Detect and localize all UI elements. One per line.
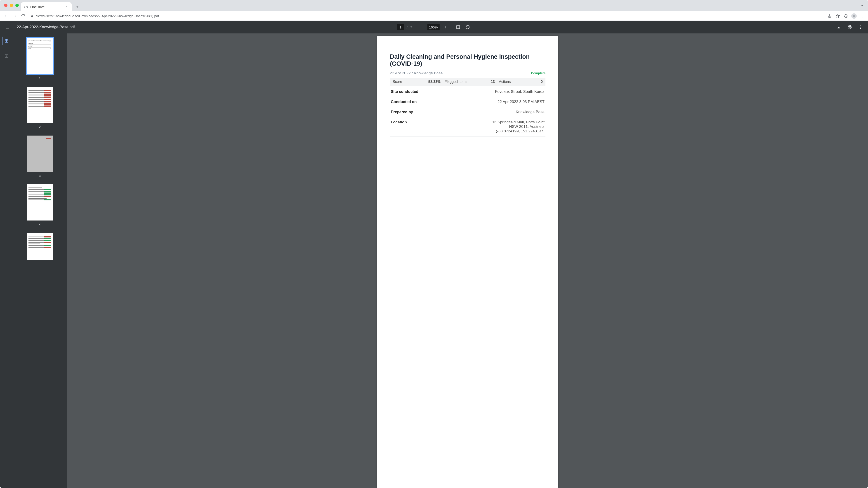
download-button[interactable] [835, 24, 842, 31]
thumbnail-page-5[interactable] [27, 233, 53, 260]
nav-forward-button[interactable] [11, 12, 18, 20]
svg-rect-10 [5, 41, 6, 42]
thumbnail-page-2[interactable] [27, 87, 53, 123]
svg-point-0 [853, 15, 855, 16]
svg-rect-8 [5, 39, 6, 41]
pdf-filename: 22-Apr-2022-Knowledge-Base.pdf [17, 25, 75, 29]
flagged-value: 13 [491, 80, 495, 84]
tab-title: OneDrive [30, 5, 63, 9]
fit-page-button[interactable] [455, 24, 461, 31]
site-conducted-value: Foveaux Street, South Korea [495, 90, 545, 94]
new-tab-button[interactable] [73, 3, 81, 11]
svg-point-3 [862, 17, 863, 18]
svg-point-7 [860, 28, 861, 29]
actions-value: 0 [541, 80, 543, 84]
status-badge: Complete [531, 71, 546, 75]
toolbar-divider [415, 25, 415, 30]
site-info-icon[interactable] [30, 14, 33, 18]
browser-tab[interactable]: OneDrive [21, 2, 72, 11]
tabs-overflow-button[interactable] [860, 4, 864, 7]
conducted-on-label: Conducted on [391, 100, 416, 104]
titlebar: OneDrive [0, 0, 868, 11]
thumbnail-page-3[interactable] [27, 135, 53, 172]
toolbar-divider [452, 25, 452, 30]
site-conducted-label: Site conducted [391, 90, 418, 94]
reload-button[interactable] [20, 12, 27, 20]
zoom-level-input[interactable] [427, 24, 439, 30]
svg-point-2 [862, 15, 863, 16]
thumbnail-page-1[interactable]: Daily Cleaning and Personal Hygiene Insp… [27, 38, 53, 74]
rotate-button[interactable] [464, 24, 471, 31]
document-date-author: 22 Apr 2022 / Knowledge Base [390, 71, 442, 75]
url-field[interactable]: file:///Users/KnowledgeBase/Downloads/22… [28, 13, 825, 20]
tab-close-button[interactable] [65, 5, 68, 8]
nav-back-button[interactable] [2, 12, 9, 20]
info-row-location: Location 16 Springfield Mall, Potts Poin… [390, 117, 546, 136]
info-row-prepared: Prepared by Knowledge Base [390, 107, 546, 117]
thumbnails-tab[interactable] [2, 37, 10, 45]
thumbnail-number: 1 [39, 76, 41, 80]
zoom-in-button[interactable] [442, 24, 449, 31]
close-window-button[interactable] [4, 4, 7, 7]
zoom-out-button[interactable] [418, 24, 425, 31]
browser-menu-button[interactable] [859, 12, 866, 20]
sidebar-rail [0, 33, 12, 488]
thumbnail-number: 2 [39, 125, 41, 129]
thumbnail-number: 3 [39, 174, 41, 177]
score-label: Score [393, 80, 402, 84]
extensions-button[interactable] [842, 12, 849, 20]
document-title: Daily Cleaning and Personal Hygiene Insp… [390, 53, 546, 67]
prepared-by-value: Knowledge Base [516, 110, 545, 114]
pdf-page-1: Daily Cleaning and Personal Hygiene Insp… [377, 36, 558, 488]
total-pages: 7 [410, 25, 412, 29]
svg-rect-9 [6, 39, 8, 41]
address-bar: file:///Users/KnowledgeBase/Downloads/22… [0, 11, 868, 21]
profile-button[interactable] [850, 12, 858, 20]
svg-rect-11 [6, 41, 8, 42]
pdf-viewer: 22-Apr-2022-Knowledge-Base.pdf / 7 [0, 21, 868, 488]
pdf-body: Daily Cleaning and Personal Hygiene Insp… [0, 33, 868, 488]
score-value: 58.33% [428, 80, 440, 84]
prepared-by-label: Prepared by [391, 110, 413, 114]
browser-window: OneDrive file:///Users/KnowledgeBase/Dow… [0, 0, 868, 488]
thumbnail-number: 4 [39, 223, 41, 226]
svg-point-6 [860, 27, 861, 28]
pdf-toolbar: 22-Apr-2022-Knowledge-Base.pdf / 7 [0, 21, 868, 33]
flagged-label: Flagged items [445, 80, 467, 84]
svg-point-5 [860, 26, 861, 26]
share-button[interactable] [826, 12, 833, 20]
pdf-more-menu-button[interactable] [857, 24, 864, 31]
bookmark-button[interactable] [834, 12, 841, 20]
toggle-sidebar-button[interactable] [4, 24, 11, 31]
page-separator: / [407, 25, 408, 29]
print-button[interactable] [846, 24, 853, 31]
location-value: 16 Springfield Mall, Potts Point NSW 201… [492, 120, 545, 133]
outline-tab[interactable] [2, 52, 10, 60]
thumbnail-panel[interactable]: Daily Cleaning and Personal Hygiene Insp… [12, 33, 67, 488]
tab-favicon-icon [24, 5, 28, 9]
minimize-window-button[interactable] [10, 4, 13, 7]
avatar-icon [851, 13, 857, 19]
stats-bar: Score 58.33% Flagged items 13 Actions 0 [390, 78, 546, 86]
url-text: file:///Users/KnowledgeBase/Downloads/22… [36, 14, 159, 18]
location-label: Location [391, 120, 407, 125]
info-row-conducted: Conducted on 22 Apr 2022 3:03 PM AEST [390, 97, 546, 107]
svg-point-1 [862, 14, 863, 15]
pdf-toolbar-center: / 7 [397, 24, 471, 31]
page-surface[interactable]: Daily Cleaning and Personal Hygiene Insp… [67, 33, 868, 488]
maximize-window-button[interactable] [16, 4, 19, 7]
actions-label: Actions [499, 80, 510, 84]
thumbnail-page-4[interactable] [27, 184, 53, 221]
conducted-on-value: 22 Apr 2022 3:03 PM AEST [498, 100, 545, 104]
page-number-input[interactable] [397, 24, 404, 30]
window-controls [4, 4, 19, 7]
info-row-site: Site conducted Foveaux Street, South Kor… [390, 87, 546, 97]
